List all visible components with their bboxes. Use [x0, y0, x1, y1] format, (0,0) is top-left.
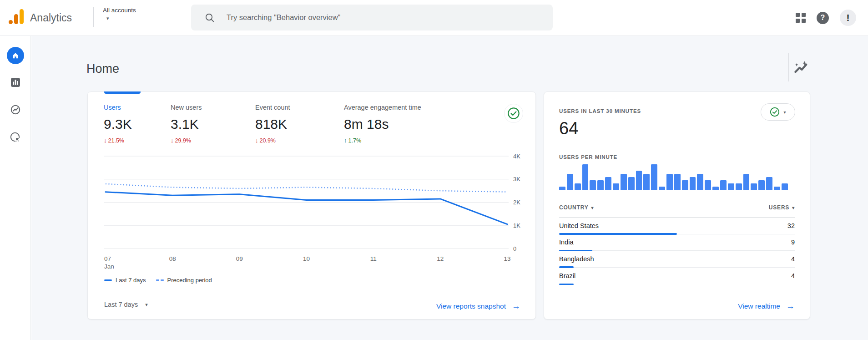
- divider: [788, 53, 789, 81]
- brand-name: Analytics: [30, 12, 72, 24]
- minute-bar: [720, 180, 727, 190]
- minute-bar: [728, 183, 734, 190]
- brand: Analytics: [8, 9, 72, 25]
- minute-bar: [613, 183, 619, 190]
- table-row-united-states[interactable]: United States32: [559, 218, 795, 234]
- country-name: Brazil: [559, 272, 575, 279]
- country-users-bar: [559, 284, 574, 285]
- delta-value: 1.7%: [348, 137, 362, 144]
- active-tab-indicator: [104, 91, 141, 94]
- chevron-down-icon: ▾: [145, 302, 148, 308]
- insights-icon[interactable]: [792, 60, 809, 76]
- arrow-down-icon: ↓: [104, 137, 107, 144]
- legend-item-preceding-period: Preceding period: [156, 277, 212, 284]
- apps-grid-icon[interactable]: [796, 13, 806, 23]
- table-row-brazil[interactable]: Brazil4: [559, 268, 795, 284]
- realtime-title: USERS IN LAST 30 MINUTES: [559, 108, 641, 114]
- minute-bar: [597, 180, 604, 190]
- users-column-header[interactable]: USERS▾: [769, 204, 795, 211]
- metric-tab-users[interactable]: Users9.3K↓21.5%: [104, 104, 171, 144]
- minute-bar: [636, 171, 642, 190]
- svg-text:0: 0: [513, 245, 516, 252]
- arrow-down-icon: ↓: [171, 137, 174, 144]
- minute-bar: [758, 180, 765, 190]
- chevron-down-icon: ▾: [106, 15, 109, 22]
- users-trend-chart: 4K3K2K1K007080910111213Jan: [104, 155, 536, 274]
- sidebar-item-reports[interactable]: [10, 77, 20, 87]
- status-check-button[interactable]: [504, 104, 523, 123]
- metric-label: New users: [171, 104, 255, 111]
- page-title: Home: [86, 62, 119, 76]
- metric-value: 9.3K: [104, 117, 171, 132]
- realtime-status-button[interactable]: ▾: [761, 103, 795, 121]
- analytics-logo-icon: [8, 9, 25, 25]
- svg-text:11: 11: [370, 255, 377, 262]
- search-icon: [205, 13, 215, 23]
- table-row-bangladesh[interactable]: Bangladesh4: [559, 251, 795, 268]
- metric-tab-average-engagement-time[interactable]: Average engagement time8m 18s↑1.7%: [344, 104, 421, 144]
- svg-text:08: 08: [169, 255, 176, 262]
- legend-swatch-solid: [104, 279, 112, 281]
- top-app-bar: Analytics All accounts ▾ Try searching "…: [0, 0, 868, 36]
- search-placeholder: Try searching "Behavior overview": [227, 13, 340, 22]
- svg-text:09: 09: [236, 255, 243, 262]
- arrow-right-icon: →: [512, 301, 520, 311]
- svg-text:1K: 1K: [513, 222, 520, 229]
- view-realtime-link[interactable]: View realtime →: [738, 301, 795, 311]
- metric-label: Event count: [255, 104, 344, 111]
- country-table-header: COUNTRY▾ USERS▾: [559, 204, 795, 211]
- help-icon[interactable]: ?: [817, 12, 829, 24]
- check-circle-icon: [770, 107, 780, 117]
- minute-bar: [651, 164, 657, 190]
- minute-bar: [628, 177, 635, 190]
- users-value: 32: [787, 222, 795, 229]
- country-column-header[interactable]: COUNTRY▾: [559, 204, 594, 211]
- sidebar-item-advertising[interactable]: [10, 132, 21, 143]
- metric-tab-event-count[interactable]: Event count818K↓20.9%: [255, 104, 344, 144]
- table-row-india[interactable]: India9: [559, 234, 795, 251]
- metric-tab-new-users[interactable]: New users3.1K↓29.9%: [171, 104, 255, 144]
- search-bar[interactable]: Try searching "Behavior overview": [191, 5, 553, 30]
- sort-caret-icon: ▾: [792, 205, 795, 210]
- view-reports-snapshot-link[interactable]: View reports snapshot →: [436, 301, 520, 311]
- link-label: View reports snapshot: [436, 302, 506, 310]
- topbar-divider: [93, 7, 94, 27]
- svg-text:07: 07: [104, 255, 111, 262]
- metric-label: Users: [104, 104, 171, 111]
- svg-text:10: 10: [303, 255, 310, 262]
- metric-value: 818K: [255, 117, 344, 132]
- sidebar-item-explore[interactable]: [10, 104, 21, 115]
- minute-bar: [567, 174, 573, 190]
- metric-label: Average engagement time: [344, 104, 421, 111]
- users-per-minute-title: USERS PER MINUTE: [559, 154, 617, 160]
- users-value: 4: [791, 255, 795, 263]
- metric-delta: ↑1.7%: [344, 137, 421, 144]
- chart-legend: Last 7 daysPreceding period: [104, 277, 212, 284]
- legend-item-last-7-days: Last 7 days: [104, 277, 146, 284]
- users-value: 9: [791, 239, 795, 246]
- date-range-label: Last 7 days: [104, 301, 138, 308]
- date-range-selector[interactable]: Last 7 days ▾: [104, 301, 148, 308]
- minute-bar: [766, 177, 772, 190]
- country-name: India: [559, 239, 573, 246]
- country-name: Bangladesh: [559, 255, 594, 263]
- overview-card: Users9.3K↓21.5%New users3.1K↓29.9%Event …: [87, 91, 536, 320]
- delta-value: 20.9%: [260, 137, 276, 144]
- metric-value: 8m 18s: [344, 117, 421, 132]
- minute-bar: [666, 174, 673, 190]
- avatar[interactable]: !: [840, 10, 856, 26]
- bar-chart-icon: [10, 77, 20, 87]
- account-picker[interactable]: All accounts ▾: [103, 7, 136, 22]
- minute-bar: [751, 183, 757, 190]
- minute-bar: [712, 187, 719, 190]
- arrow-up-icon: ↑: [344, 137, 347, 144]
- svg-text:13: 13: [504, 255, 510, 262]
- check-circle-icon: [507, 107, 520, 120]
- country-name: United States: [559, 222, 599, 229]
- sidebar-item-home[interactable]: [7, 47, 24, 64]
- minute-bar: [682, 180, 688, 190]
- svg-text:3K: 3K: [513, 176, 520, 183]
- ads-cursor-icon: [10, 132, 21, 143]
- arrow-down-icon: ↓: [255, 137, 258, 144]
- svg-text:4K: 4K: [513, 153, 520, 160]
